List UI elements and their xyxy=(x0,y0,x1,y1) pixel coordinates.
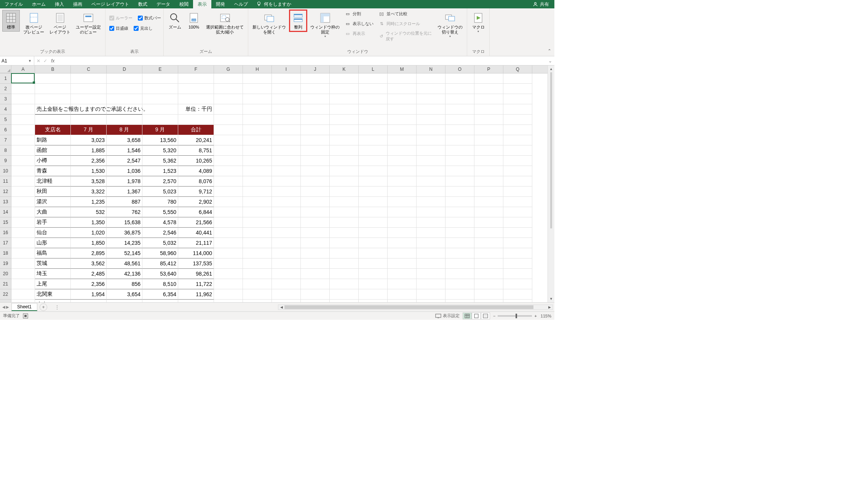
cell[interactable] xyxy=(272,197,301,207)
cell[interactable] xyxy=(417,115,445,125)
cell[interactable]: 2,895 xyxy=(71,248,107,258)
column-header[interactable]: A xyxy=(11,65,35,73)
row-header[interactable]: 10 xyxy=(0,166,11,176)
row-header[interactable]: 6 xyxy=(0,125,11,135)
cell[interactable] xyxy=(301,279,330,289)
cell[interactable] xyxy=(359,145,388,156)
cell[interactable] xyxy=(474,145,503,156)
view-custom-button[interactable]: ユーザー設定 のビュー xyxy=(74,10,103,37)
cell[interactable] xyxy=(388,228,417,238)
column-header[interactable]: C xyxy=(71,65,107,73)
cell[interactable]: 1,530 xyxy=(71,166,107,176)
cell[interactable]: 856 xyxy=(107,279,142,289)
cell[interactable] xyxy=(330,217,359,228)
cell[interactable] xyxy=(11,269,35,279)
cell[interactable] xyxy=(474,166,503,176)
cell[interactable] xyxy=(214,115,243,125)
cell[interactable] xyxy=(11,248,35,258)
column-header[interactable]: L xyxy=(359,65,388,73)
cell[interactable] xyxy=(359,115,388,125)
cell[interactable] xyxy=(417,228,445,238)
cell[interactable] xyxy=(214,279,243,289)
cell[interactable]: 15,638 xyxy=(107,217,142,228)
cell[interactable] xyxy=(359,156,388,166)
cell[interactable] xyxy=(503,217,532,228)
cell[interactable] xyxy=(417,187,445,197)
cell[interactable] xyxy=(503,145,532,156)
cell[interactable] xyxy=(474,176,503,187)
cell[interactable] xyxy=(503,104,532,115)
cell[interactable] xyxy=(388,197,417,207)
cell[interactable] xyxy=(388,125,417,135)
cell[interactable] xyxy=(272,238,301,248)
column-header[interactable]: D xyxy=(107,65,142,73)
cell[interactable] xyxy=(214,125,243,135)
scroll-right-button[interactable]: ▶ xyxy=(546,305,552,309)
sheet-nav-next[interactable]: ▶ xyxy=(6,305,9,309)
cell[interactable] xyxy=(445,135,474,145)
cell[interactable] xyxy=(35,115,71,125)
cell[interactable]: 支店名 xyxy=(35,125,71,135)
cell[interactable] xyxy=(301,125,330,135)
cell[interactable] xyxy=(474,279,503,289)
cell[interactable] xyxy=(11,217,35,228)
column-header[interactable]: O xyxy=(445,65,474,73)
cell[interactable] xyxy=(11,207,35,217)
cell[interactable] xyxy=(417,84,445,94)
cell[interactable] xyxy=(445,269,474,279)
row-header[interactable]: 3 xyxy=(0,94,11,104)
cell[interactable] xyxy=(71,94,107,104)
row-header[interactable]: 22 xyxy=(0,289,11,300)
cell[interactable]: 11,722 xyxy=(178,279,214,289)
row-header[interactable]: 14 xyxy=(0,207,11,217)
cell[interactable] xyxy=(388,269,417,279)
cell[interactable]: 5,320 xyxy=(142,145,178,156)
cell[interactable]: 10,265 xyxy=(178,156,214,166)
cell[interactable] xyxy=(445,104,474,115)
sheet-tab[interactable]: Sheet1 xyxy=(11,303,37,311)
cell[interactable]: 上尾 xyxy=(35,279,71,289)
cell[interactable] xyxy=(11,238,35,248)
cell[interactable] xyxy=(214,145,243,156)
cell[interactable]: 8,076 xyxy=(178,176,214,187)
cell[interactable]: 58,960 xyxy=(142,248,178,258)
cell[interactable]: 岩手 xyxy=(35,217,71,228)
cell[interactable] xyxy=(359,135,388,145)
cell[interactable] xyxy=(243,300,272,302)
cell[interactable] xyxy=(359,217,388,228)
cell[interactable] xyxy=(11,73,35,84)
cell[interactable] xyxy=(330,248,359,258)
cell[interactable] xyxy=(214,73,243,84)
cell[interactable] xyxy=(214,135,243,145)
switch-windows-button[interactable]: ウィンドウの 切り替え ▾ xyxy=(436,10,465,40)
cell[interactable] xyxy=(388,217,417,228)
cell[interactable]: 4,578 xyxy=(142,217,178,228)
cell[interactable] xyxy=(107,104,142,115)
cell[interactable] xyxy=(301,115,330,125)
row-header[interactable]: 16 xyxy=(0,228,11,238)
cell[interactable] xyxy=(214,217,243,228)
scroll-left-button[interactable]: ◀ xyxy=(278,305,284,309)
cell[interactable] xyxy=(330,269,359,279)
cell[interactable]: 大曲 xyxy=(35,207,71,217)
cell[interactable] xyxy=(445,300,474,302)
cell[interactable] xyxy=(330,279,359,289)
cell[interactable] xyxy=(330,176,359,187)
cell[interactable]: 9,712 xyxy=(178,187,214,197)
cell[interactable]: 13,560 xyxy=(142,135,178,145)
cell[interactable] xyxy=(474,269,503,279)
cell[interactable] xyxy=(417,279,445,289)
cell[interactable] xyxy=(11,187,35,197)
row-header[interactable]: 21 xyxy=(0,279,11,289)
tab-review[interactable]: 校閲 xyxy=(175,0,193,8)
cell[interactable] xyxy=(142,94,178,104)
column-header[interactable]: I xyxy=(272,65,301,73)
cell[interactable] xyxy=(445,289,474,300)
cell[interactable] xyxy=(474,187,503,197)
tab-scroll-splitter[interactable]: ⋮ xyxy=(55,305,57,310)
tab-page-layout[interactable]: ページ レイアウト xyxy=(87,0,134,8)
cell[interactable] xyxy=(445,228,474,238)
cell[interactable] xyxy=(214,94,243,104)
tab-help[interactable]: ヘルプ xyxy=(230,0,252,8)
macro-record-icon[interactable] xyxy=(23,313,28,319)
